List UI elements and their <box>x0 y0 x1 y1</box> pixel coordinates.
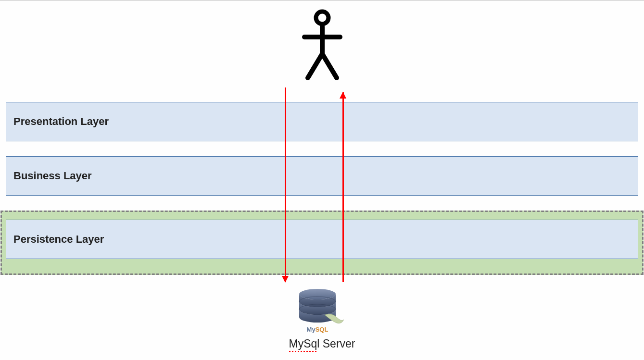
svg-text:MySQL: MySQL <box>306 326 328 333</box>
persistence-layer-box: Persistence Layer <box>6 220 638 259</box>
business-layer-box: Business Layer <box>6 156 638 196</box>
user-actor-icon <box>301 8 344 82</box>
database-icon: MySQL <box>296 288 349 338</box>
request-arrow-down <box>285 87 286 282</box>
svg-point-5 <box>299 289 336 299</box>
persistence-layer-label: Persistence Layer <box>13 233 104 246</box>
presentation-layer-label: Presentation Layer <box>13 115 109 128</box>
svg-line-4 <box>322 54 337 78</box>
response-arrow-up <box>342 92 344 282</box>
svg-point-0 <box>316 12 328 24</box>
presentation-layer-box: Presentation Layer <box>6 102 638 141</box>
database-label: MySql Server <box>289 337 355 350</box>
business-layer-label: Business Layer <box>13 170 92 182</box>
architecture-diagram: Presentation Layer Business Layer Persis… <box>0 1 644 360</box>
svg-line-3 <box>308 54 322 78</box>
